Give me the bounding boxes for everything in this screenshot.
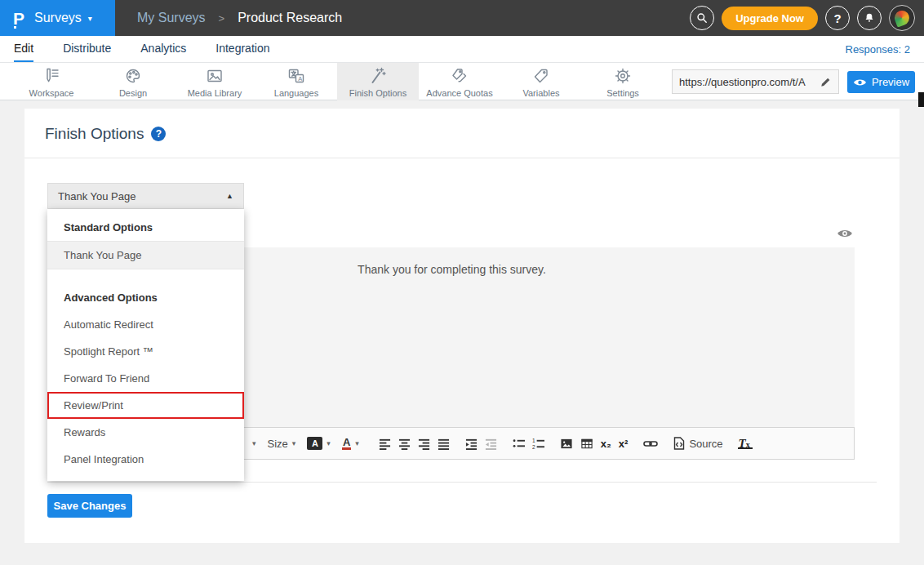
toolbar-item-design[interactable]: Design: [92, 63, 174, 100]
tab-edit[interactable]: Edit: [14, 36, 33, 62]
font-dropdown[interactable]: ▾: [252, 439, 256, 447]
tab-distribute[interactable]: Distribute: [63, 36, 111, 62]
increase-indent-button[interactable]: [465, 438, 478, 450]
numbered-list-button[interactable]: 12: [532, 438, 544, 450]
align-right-button[interactable]: [418, 438, 430, 450]
align-justify-button[interactable]: [438, 438, 450, 450]
bulleted-list-icon: [513, 438, 525, 450]
advance-quotas-icon: [450, 66, 469, 86]
toolbar-item-advance-quotas[interactable]: Advance Quotas: [419, 63, 500, 100]
subscript-icon: x₂: [601, 438, 611, 450]
help-button[interactable]: ?: [825, 6, 850, 30]
increase-indent-icon: [465, 438, 478, 450]
clipped-edge-element: [918, 92, 924, 107]
edit-toolbar: Workspace Design Media Library A Languag…: [0, 63, 924, 100]
option-spotlight-report[interactable]: Spotlight Report ™: [47, 338, 244, 365]
align-right-icon: [418, 438, 430, 450]
divider: [47, 482, 877, 483]
subscript-button[interactable]: x₂: [601, 438, 611, 450]
breadcrumb-current: Product Research: [238, 11, 342, 25]
decrease-indent-icon: [485, 438, 497, 450]
toolbar-item-variables[interactable]: Variables: [500, 63, 582, 100]
table-icon: [580, 438, 593, 450]
surveys-product-menu[interactable]: P Surveys ▾: [0, 0, 115, 36]
topbar-actions: Upgrade Now ?: [690, 5, 924, 31]
svg-text:1: 1: [532, 438, 535, 443]
align-left-icon: [379, 438, 391, 450]
edit-url-button[interactable]: [820, 76, 832, 88]
avatar-image: [892, 8, 911, 27]
caret-up-icon: ▲: [226, 192, 233, 200]
settings-gear-icon: [613, 66, 633, 86]
option-forward-to-friend[interactable]: Forward To Friend: [47, 365, 244, 392]
toolbar-item-finish-options[interactable]: Finish Options: [337, 63, 419, 100]
link-icon: [643, 438, 658, 450]
text-color-button[interactable]: A ▾: [342, 437, 359, 451]
toolbar-item-workspace[interactable]: Workspace: [11, 63, 92, 100]
align-left-button[interactable]: [379, 438, 391, 450]
variables-tag-icon: [531, 66, 551, 86]
caret-down-icon: ▾: [252, 439, 256, 447]
insert-link-button[interactable]: [643, 438, 658, 450]
finish-options-help-button[interactable]: ?: [151, 127, 166, 141]
align-justify-icon: [438, 438, 450, 450]
help-icon: ?: [833, 11, 841, 25]
divider: [24, 158, 900, 158]
product-caret-icon: ▾: [88, 14, 92, 23]
bulleted-list-button[interactable]: [513, 438, 525, 450]
toolbar-item-settings[interactable]: Settings: [582, 63, 664, 100]
source-button[interactable]: Source: [673, 437, 722, 450]
remove-format-button[interactable]: Tx: [739, 437, 750, 451]
survey-url-input[interactable]: [679, 76, 816, 88]
breadcrumb: My Surveys > Product Research: [137, 11, 342, 25]
finish-option-select[interactable]: Thank You Page ▲: [47, 183, 244, 209]
dropdown-group-advanced: Advanced Options: [47, 279, 244, 311]
eye-icon: [837, 228, 853, 239]
align-center-button[interactable]: [398, 438, 411, 450]
numbered-list-icon: 12: [532, 438, 544, 450]
remove-format-icon: Tx: [739, 437, 750, 451]
breadcrumb-my-surveys[interactable]: My Surveys: [137, 11, 206, 25]
top-bar: P Surveys ▾ My Surveys > Product Researc…: [0, 0, 924, 36]
option-rewards[interactable]: Rewards: [47, 419, 244, 446]
survey-url-box: [672, 69, 839, 94]
option-panel-integration[interactable]: Panel Integration: [47, 446, 244, 473]
workspace-icon: [42, 66, 61, 86]
option-thank-you-page[interactable]: Thank You Page: [47, 241, 244, 269]
insert-table-button[interactable]: [580, 438, 593, 450]
size-dropdown[interactable]: Size ▾: [268, 438, 296, 450]
decrease-indent-button[interactable]: [485, 438, 497, 450]
notifications-button[interactable]: [857, 6, 882, 30]
user-avatar[interactable]: [889, 5, 915, 31]
design-palette-icon: [123, 66, 143, 86]
caret-down-icon: ▾: [292, 439, 296, 447]
option-review-print[interactable]: Review/Print: [47, 392, 244, 419]
finish-options-panel: Finish Options ? Thank you for completin…: [24, 109, 900, 543]
caret-down-icon: ▾: [355, 439, 359, 447]
option-automatic-redirect[interactable]: Automatic Redirect: [47, 311, 244, 338]
finish-options-wand-icon: [368, 66, 388, 86]
background-color-button[interactable]: A ▾: [307, 437, 331, 450]
image-icon: [560, 438, 573, 450]
tab-analytics[interactable]: Analytics: [140, 36, 186, 62]
text-color-icon: A: [342, 437, 351, 451]
toggle-preview-button[interactable]: [837, 228, 853, 242]
dropdown-group-standard: Standard Options: [47, 209, 244, 241]
responses-count[interactable]: Responses: 2: [846, 36, 924, 62]
help-icon: ?: [156, 128, 162, 140]
align-center-icon: [398, 438, 411, 450]
preview-button[interactable]: Preview: [847, 71, 915, 93]
insert-image-button[interactable]: [560, 438, 573, 450]
upgrade-now-button[interactable]: Upgrade Now: [722, 7, 818, 30]
edit-toolbar-items: Workspace Design Media Library A Languag…: [11, 63, 664, 100]
media-library-icon: [205, 66, 224, 86]
tab-integration[interactable]: Integration: [215, 36, 269, 62]
search-button[interactable]: [690, 6, 714, 30]
toolbar-item-languages[interactable]: A Languages: [255, 63, 337, 100]
svg-text:A: A: [298, 74, 302, 82]
save-changes-button[interactable]: Save Changes: [47, 494, 132, 518]
caret-down-icon: ▾: [327, 439, 331, 447]
toolbar-item-media-library[interactable]: Media Library: [174, 63, 255, 100]
superscript-icon: x²: [619, 438, 629, 450]
superscript-button[interactable]: x²: [619, 438, 629, 450]
